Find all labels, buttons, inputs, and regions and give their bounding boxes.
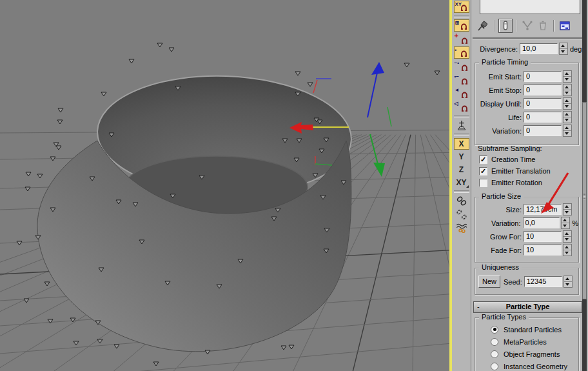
pin-stack-button[interactable] <box>476 19 491 33</box>
snap-vertex-button[interactable]: ▪ <box>454 46 469 59</box>
configure-sets-icon <box>558 19 572 33</box>
size-variation-label: Variation: <box>475 219 521 227</box>
uniqueness-title: Uniqueness <box>479 263 522 271</box>
emit-start-field[interactable]: 0 <box>524 71 562 82</box>
unlink-chain-icon <box>455 208 468 221</box>
snap-midpoint-button[interactable]: •− <box>454 74 469 86</box>
emit-stop-spinner[interactable] <box>563 84 572 96</box>
unlink-selection-button[interactable] <box>454 208 469 221</box>
toolbar-separator <box>516 20 517 32</box>
emitter-translation-row[interactable]: ✓Emitter Translation <box>479 165 585 177</box>
restrict-z-button[interactable]: Z <box>454 164 469 175</box>
seed-field[interactable]: 12345 <box>524 276 562 287</box>
particle-size-title: Particle Size <box>479 192 524 200</box>
divergence-spinner[interactable] <box>559 43 568 55</box>
instanced-geometry-radio[interactable] <box>491 363 498 370</box>
object-fragments-radio[interactable] <box>491 350 498 358</box>
emit-stop-field[interactable]: 0 <box>524 85 562 95</box>
modifier-stack-list[interactable] <box>480 0 580 14</box>
display-until-label: Display Until: <box>475 100 522 108</box>
panel-scrollbar[interactable] <box>582 0 587 371</box>
divergence-field[interactable]: 10,0 <box>520 43 558 54</box>
display-until-spinner[interactable] <box>563 97 572 110</box>
size-variation-field[interactable]: 0,0 <box>523 217 560 228</box>
restrict-x-button[interactable]: X <box>454 138 469 150</box>
flyout-corner-icon <box>466 185 469 188</box>
standard-particles-radio[interactable] <box>491 326 498 334</box>
snap-face-button[interactable]: ◁ <box>454 101 469 113</box>
select-and-link-button[interactable] <box>454 195 469 207</box>
space-warp-icon <box>455 222 468 234</box>
snap-edge-button[interactable]: ◄ <box>454 87 469 99</box>
uniqueness-group: Uniqueness New Seed: 12345 <box>475 268 579 295</box>
divergence-label: Divergence: <box>471 45 518 53</box>
variation-spinner[interactable] <box>563 125 572 137</box>
bind-to-space-warp-button[interactable] <box>454 222 469 234</box>
snap-grid-points-button[interactable]: ⊞ <box>454 19 469 32</box>
metaparticles-row[interactable]: MetaParticles <box>491 336 578 348</box>
edge-cursor-icon: ◄ <box>455 87 460 93</box>
command-panel: Divergence: 10,0 deg Particle Timing Emi… <box>471 0 588 371</box>
toolbar-separator <box>454 134 469 136</box>
new-seed-button[interactable]: New <box>478 276 500 288</box>
standard-particles-row[interactable]: Standard Particles <box>491 323 578 336</box>
remove-modifier-button[interactable] <box>536 19 550 33</box>
snap-endpoint-button[interactable]: −• <box>454 60 469 72</box>
gizmo-z-axis[interactable] <box>368 70 378 117</box>
toolbar-separator <box>553 20 554 32</box>
metaparticles-radio[interactable] <box>491 338 498 346</box>
gizmo-y-arrowhead <box>373 163 385 177</box>
pivot-icon: + <box>455 33 458 39</box>
bowl-mesh[interactable] <box>37 72 353 352</box>
magnet-icon <box>460 77 469 86</box>
emitter-translation-checkbox[interactable]: ✓ <box>479 167 487 175</box>
particle-timing-group: Particle Timing Emit Start:0 Emit Stop:0… <box>475 63 579 145</box>
life-field[interactable]: 0 <box>524 112 562 123</box>
fade-for-field[interactable]: 10 <box>524 245 562 256</box>
active-viewport-border <box>449 0 452 371</box>
life-spinner[interactable] <box>563 111 572 123</box>
restrict-plane-button[interactable]: XY <box>454 177 469 188</box>
metaparticles-label: MetaParticles <box>504 338 547 346</box>
variation-field[interactable]: 0 <box>524 125 562 136</box>
emit-start-spinner[interactable] <box>563 70 572 83</box>
magnet-icon <box>459 3 469 12</box>
snap-pivot-button[interactable]: + <box>454 33 469 45</box>
snap-toggle-xy-button[interactable]: XY <box>454 1 469 13</box>
object-fragments-row[interactable]: Object Fragments <box>491 348 578 360</box>
make-unique-button[interactable] <box>520 19 534 33</box>
life-label: Life: <box>475 114 522 121</box>
fade-for-label: Fade For: <box>475 246 522 254</box>
collapse-icon: - <box>477 302 480 312</box>
toolbar-separator <box>494 20 495 32</box>
size-spinner[interactable] <box>563 203 572 216</box>
emitter-rotation-row[interactable]: ✓Emitter Rotation <box>479 177 585 188</box>
magnet-icon <box>460 63 469 72</box>
perspective-viewport[interactable] <box>0 0 451 371</box>
seed-spinner[interactable] <box>564 276 573 288</box>
axis-tripod-button[interactable] <box>454 119 469 132</box>
size-field[interactable]: 12,176cm <box>524 204 562 215</box>
instanced-geometry-row[interactable]: Instanced Geometry <box>491 360 578 371</box>
display-until-field[interactable]: 0 <box>524 98 562 109</box>
particle-types-group: Particle Types Standard Particles MetaPa… <box>475 317 579 371</box>
particle-types-title: Particle Types <box>479 313 529 321</box>
emitter-rotation-checkbox[interactable]: ✓ <box>479 179 487 187</box>
make-unique-icon <box>520 19 534 33</box>
configure-modifier-sets-button[interactable] <box>558 19 572 33</box>
size-label: Size: <box>475 206 522 214</box>
instanced-geometry-label: Instanced Geometry <box>504 363 567 370</box>
particle-type-rollout-header[interactable]: - Particle Type <box>473 301 582 313</box>
magnet-icon <box>460 104 469 113</box>
size-variation-spinner[interactable] <box>561 217 570 229</box>
grow-for-field[interactable]: 10 <box>524 231 562 242</box>
fade-for-spinner[interactable] <box>563 244 572 256</box>
panel-scrollbar-thumb[interactable] <box>582 102 587 299</box>
show-end-result-button[interactable] <box>498 19 513 33</box>
grow-for-spinner[interactable] <box>563 230 572 243</box>
creation-time-checkbox[interactable]: ✓ <box>479 155 487 164</box>
toolbar-separator <box>454 15 469 17</box>
panel-divider <box>473 37 583 39</box>
restrict-y-button[interactable]: Y <box>454 151 469 163</box>
creation-time-row[interactable]: ✓Creation Time <box>479 154 585 165</box>
